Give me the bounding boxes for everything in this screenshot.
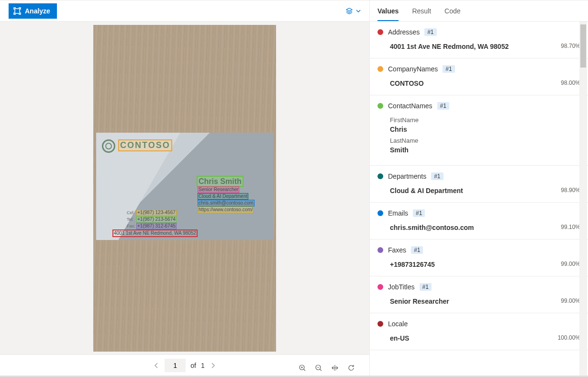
results-panel: Values Result Code Addresses#14001 1st A… (370, 0, 588, 376)
field-value: Cloud & AI Department (390, 187, 561, 194)
tab-result[interactable]: Result (412, 0, 431, 21)
field-group[interactable]: Localeen-US100.00% (370, 313, 588, 350)
field-confidence: 99.00% (561, 297, 580, 304)
field-group[interactable]: Addresses#14001 1st Ave NE Redmond, WA 9… (370, 22, 588, 58)
field-name: Addresses (388, 28, 420, 36)
field-value: CONTOSO (390, 80, 561, 87)
field-confidence: 100.00% (558, 334, 580, 341)
field-group[interactable]: Faxes#1+1987312674599.00% (370, 240, 588, 276)
field-color-dot (377, 173, 383, 179)
analyze-label: Analyze (25, 7, 50, 15)
zoom-in-button[interactable] (299, 364, 306, 372)
field-name: CompanyNames (388, 65, 438, 73)
rotate-button[interactable] (347, 364, 355, 372)
field-value: en-US (390, 334, 558, 342)
tel-label: Tel: (127, 217, 133, 222)
field-name: Emails (388, 209, 408, 217)
field-group[interactable]: Departments#1Cloud & AI Department98.90% (370, 166, 588, 203)
result-tabs: Values Result Code (370, 0, 588, 22)
hl-company: CONTOSO (118, 139, 172, 152)
layers-dropdown[interactable] (345, 7, 361, 15)
hl-fax: +1(987) 312-6745 (136, 223, 177, 229)
field-color-dot (377, 210, 383, 216)
hl-tel: +1(987) 213-5674 (136, 216, 177, 223)
chevron-down-icon (356, 9, 361, 13)
hl-title: Senior Researcher (198, 186, 239, 193)
page-of-label: of (190, 362, 196, 369)
image-viewport[interactable]: CONTOSO Chris Smith Senior Researcher Cl… (0, 22, 369, 354)
field-confidence: 99.10% (561, 224, 580, 230)
page-input[interactable] (165, 359, 186, 372)
field-badge: #1 (413, 209, 425, 217)
subfield-label: LastName (390, 137, 580, 144)
hl-website: https://www.contoso.com/ (198, 206, 254, 213)
hl-email: chris.smith@contoso.com (198, 200, 255, 206)
analyze-button[interactable]: Analyze (9, 3, 57, 19)
field-confidence: 98.70% (561, 43, 580, 49)
next-page-button[interactable] (210, 362, 216, 369)
field-color-dot (377, 29, 383, 35)
field-color-dot (377, 103, 383, 109)
field-group[interactable]: JobTitles#1Senior Researcher99.00% (370, 276, 588, 313)
subfield-value: Chris (390, 126, 580, 133)
company-logo-icon (102, 139, 115, 153)
field-badge: #1 (420, 283, 432, 291)
field-name: Faxes (388, 246, 406, 254)
field-value: Senior Researcher (390, 297, 561, 305)
toolbar: Analyze (0, 0, 369, 22)
field-color-dot (377, 247, 383, 253)
field-value: chris.smith@contoso.com (390, 224, 561, 231)
field-badge: #1 (411, 246, 423, 254)
field-name: ContactNames (388, 102, 433, 110)
subfield-value: Smith (390, 146, 580, 154)
results-list[interactable]: Addresses#14001 1st Ave NE Redmond, WA 9… (370, 22, 588, 376)
zoom-out-button[interactable] (315, 364, 322, 372)
page-total: 1 (201, 362, 205, 369)
field-confidence: 98.00% (561, 80, 580, 86)
svg-rect-0 (15, 9, 20, 13)
field-name: Locale (388, 320, 408, 328)
tab-values[interactable]: Values (377, 0, 399, 21)
prev-page-button[interactable] (153, 362, 160, 369)
field-name: JobTitles (388, 283, 415, 291)
field-value: 4001 1st Ave NE Redmond, WA 98052 (390, 43, 561, 50)
hl-dept: Cloud & AI Department (198, 193, 248, 200)
pager: of 1 (0, 354, 369, 376)
field-color-dot (377, 66, 383, 72)
fit-button[interactable] (331, 364, 339, 372)
field-confidence: 99.00% (561, 261, 580, 267)
field-group[interactable]: Emails#1chris.smith@contoso.com99.10% (370, 203, 588, 240)
business-card-image: CONTOSO Chris Smith Senior Researcher Cl… (96, 133, 273, 240)
hl-address: 4001 1st Ave NE Redmond, WA 98052 (112, 229, 198, 237)
field-badge: #1 (437, 102, 449, 110)
hl-cell: +1(987) 123-4567 (136, 209, 177, 216)
field-group[interactable]: ContactNames#1FirstNameChrisLastNameSmit… (370, 95, 588, 166)
field-badge: #1 (431, 172, 443, 180)
hl-name: Chris Smith (197, 176, 244, 187)
field-color-dot (377, 321, 383, 327)
field-group[interactable]: CompanyNames#1CONTOSO98.00% (370, 58, 588, 95)
subfield-label: FirstName (390, 116, 580, 124)
field-name: Departments (388, 172, 426, 180)
analyze-icon (13, 7, 21, 15)
fax-label: Fax: (127, 224, 135, 229)
field-confidence: 98.90% (561, 187, 580, 194)
scrollbar[interactable] (579, 22, 587, 376)
field-badge: #1 (424, 28, 436, 36)
document-preview-panel: Analyze CONTOSO Chris Smith Senior Resea… (0, 0, 370, 376)
scrollbar-thumb[interactable] (580, 24, 586, 68)
cell-label: Cel: (127, 210, 134, 216)
field-badge: #1 (443, 65, 455, 73)
layers-icon (345, 7, 353, 15)
field-color-dot (377, 284, 383, 290)
tab-code[interactable]: Code (444, 0, 460, 21)
field-value: +19873126745 (390, 261, 561, 268)
